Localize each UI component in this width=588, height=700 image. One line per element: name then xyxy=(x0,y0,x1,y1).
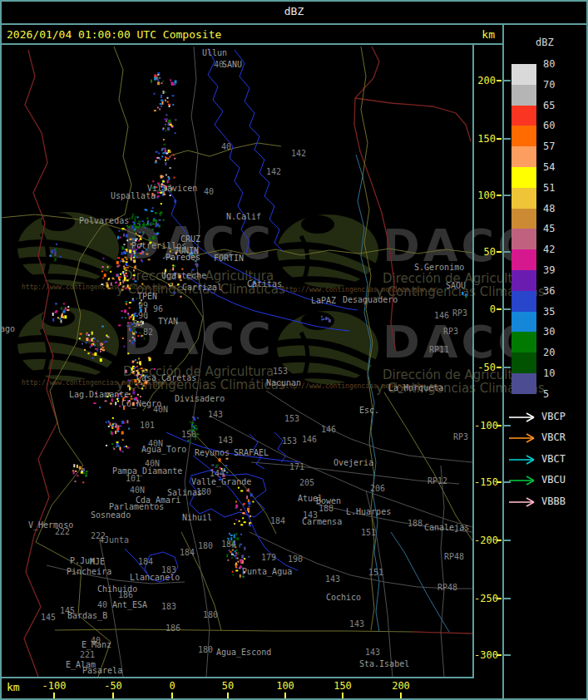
radar-echo xyxy=(56,248,57,251)
radar-echo xyxy=(135,280,137,282)
radar-echo xyxy=(164,119,166,121)
radar-echo-cluster xyxy=(79,326,110,362)
map-place-label: Ugarteche xyxy=(161,272,206,280)
radar-echo xyxy=(154,93,156,95)
radar-echo xyxy=(171,126,174,127)
map-place-label: Polvaredas xyxy=(79,217,129,225)
radar-echo xyxy=(133,259,136,263)
right-axis-tick-outer xyxy=(504,138,511,140)
radar-echo xyxy=(169,151,171,153)
radar-echo xyxy=(230,551,231,553)
radar-echo xyxy=(173,155,175,156)
radar-echo xyxy=(94,352,96,356)
radar-echo xyxy=(135,359,136,361)
map-place-label: Divisadero xyxy=(175,395,225,403)
radar-echo xyxy=(73,464,75,467)
radar-echo xyxy=(161,150,163,151)
right-axis-tick-label: -50 xyxy=(474,362,496,372)
radar-echo xyxy=(131,314,133,316)
map-place-label: Punta_Agua xyxy=(242,568,292,576)
bottom-axis-tick-label: -50 xyxy=(95,681,131,691)
radar-echo xyxy=(237,561,239,563)
radar-echo xyxy=(133,274,136,276)
right-axis-tick xyxy=(497,540,502,541)
legend-dbz-value: 48 xyxy=(543,204,555,214)
map-place-label: Lag.Diamante xyxy=(69,391,129,399)
radar-echo xyxy=(127,380,130,382)
right-axis-tick-label: 150 xyxy=(474,134,496,144)
radar-echo xyxy=(168,123,170,125)
radar-echo xyxy=(240,560,243,564)
radar-echo xyxy=(122,451,124,452)
radar-echo xyxy=(136,384,137,386)
radar-echo xyxy=(108,426,110,427)
radar-echo-cluster xyxy=(155,139,175,169)
map-place-label: 82 xyxy=(143,328,153,337)
radar-echo xyxy=(329,319,331,323)
radar-echo xyxy=(126,325,129,327)
radar-echo xyxy=(154,77,156,81)
radar-echo xyxy=(325,317,327,320)
map-place-label: Bardas_B xyxy=(67,612,107,620)
radar-echo xyxy=(118,324,121,326)
map-place-label: 188 xyxy=(319,505,334,513)
map-place-label: Ant_ESA xyxy=(112,601,147,609)
right-axis-tick-outer xyxy=(504,251,511,253)
radar-echo xyxy=(141,235,143,237)
radar-echo xyxy=(141,383,142,385)
map-place-label: 180 xyxy=(198,646,213,654)
map-place-label: RP12 xyxy=(427,477,447,486)
radar-echo xyxy=(165,149,166,152)
radar-echo xyxy=(116,427,119,431)
radar-echo xyxy=(226,554,228,555)
radar-echo xyxy=(155,225,156,227)
radar-echo xyxy=(103,258,105,259)
map-place-label: 144 xyxy=(210,470,225,478)
radar-echo xyxy=(250,493,253,496)
radar-echo xyxy=(162,180,165,182)
radar-echo xyxy=(235,569,238,571)
radar-echo xyxy=(129,307,131,308)
radar-echo xyxy=(140,225,141,227)
radar-echo xyxy=(249,525,251,526)
radar-echo xyxy=(125,267,126,269)
radar-echo xyxy=(100,348,102,350)
right-axis-tick-label: 50 xyxy=(474,247,496,257)
legend-title: dBZ xyxy=(536,37,554,48)
radar-echo xyxy=(125,257,127,259)
map-place-label: 40N xyxy=(153,406,168,414)
radar-echo xyxy=(163,258,165,259)
radar-map[interactable]: Ullun40SANUUspallataVillavicenPolvaredas… xyxy=(0,0,474,678)
radar-echo xyxy=(160,103,162,105)
right-axis-tick-label: 0 xyxy=(474,304,496,314)
radar-echo xyxy=(145,369,147,371)
radar-echo xyxy=(159,219,161,221)
radar-echo xyxy=(77,465,78,468)
radar-echo xyxy=(170,124,172,126)
radar-echo xyxy=(131,238,134,239)
road xyxy=(266,391,472,462)
radar-echo xyxy=(239,545,240,547)
radar-echo xyxy=(133,269,135,271)
radar-echo xyxy=(127,313,129,314)
map-place-label: Catitas xyxy=(247,280,282,288)
trajectory-arrow-icon xyxy=(508,455,538,465)
radar-echo xyxy=(104,274,106,277)
radar-echo xyxy=(131,342,133,345)
radar-echo xyxy=(128,226,130,228)
radar-echo xyxy=(61,319,62,323)
radar-echo xyxy=(142,224,145,225)
map-place-label: 40 xyxy=(204,188,214,196)
bottom-axis-unit: km xyxy=(7,681,20,693)
radar-echo xyxy=(127,322,129,323)
radar-echo xyxy=(123,274,125,275)
radar-echo xyxy=(131,367,134,369)
radar-echo xyxy=(240,509,242,510)
radar-echo xyxy=(132,221,134,223)
radar-echo xyxy=(153,219,155,222)
radar-echo xyxy=(172,264,174,266)
radar-echo xyxy=(140,239,142,240)
radar-echo-cluster xyxy=(321,316,331,323)
trajectory-arrow-icon xyxy=(508,476,538,486)
radar-echo xyxy=(126,250,128,252)
